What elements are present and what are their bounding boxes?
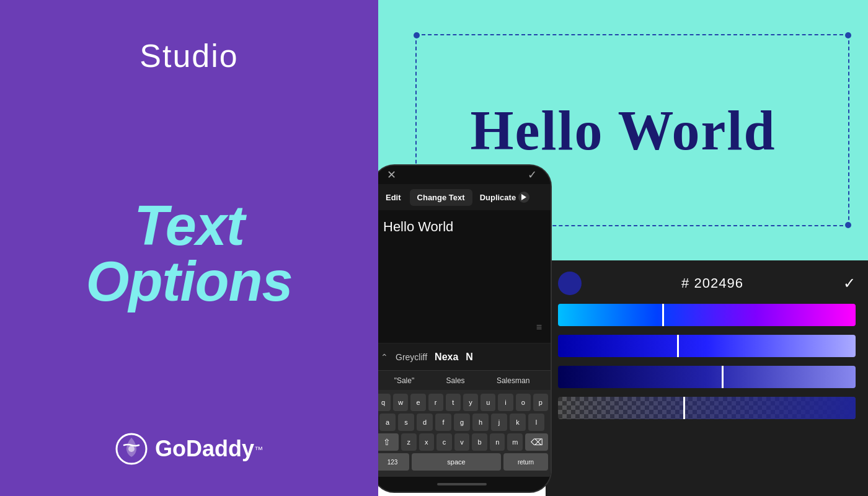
key-b[interactable]: b — [472, 433, 487, 451]
hue-gradient — [558, 304, 856, 326]
alpha-gradient — [558, 397, 856, 419]
lightness-slider[interactable] — [558, 366, 856, 388]
phone-close-button[interactable]: ✕ — [387, 168, 396, 182]
light-thumb — [722, 366, 724, 388]
key-f[interactable]: f — [435, 414, 451, 431]
key-h[interactable]: h — [472, 414, 489, 431]
key-y[interactable]: y — [463, 394, 478, 411]
phone-confirm-button[interactable]: ✓ — [528, 168, 537, 182]
suggestion-sales[interactable]: Sales — [446, 376, 465, 385]
key-c[interactable]: c — [436, 433, 452, 451]
godaddy-logo: GoDaddy™ — [115, 433, 263, 465]
text-input-area[interactable]: Hello World ≡ — [378, 210, 551, 343]
hue-slider[interactable] — [558, 304, 856, 326]
key-v[interactable]: v — [454, 433, 470, 451]
godaddy-text: GoDaddy™ — [155, 436, 263, 462]
keyboard: q w e r t y u i o p a s d f g h — [378, 390, 551, 477]
color-hex-value: # 202496 — [681, 275, 743, 291]
key-t[interactable]: t — [446, 394, 461, 411]
key-d[interactable]: d — [417, 414, 433, 431]
alpha-slider[interactable] — [558, 397, 856, 419]
corner-handle-tl — [414, 32, 420, 38]
font-selector[interactable]: ⌃ Greycliff Nexa N — [378, 343, 551, 370]
tab-change-text[interactable]: Change Text — [410, 189, 472, 206]
right-panel: Hello World # 202496 ✓ — [378, 0, 868, 496]
left-panel: Studio Text Options GoDaddy™ — [0, 0, 378, 496]
key-space[interactable]: space — [412, 453, 501, 471]
phone-content: Edit Change Text Duplicate Hello World ≡… — [378, 184, 551, 477]
light-gradient — [558, 366, 856, 388]
canvas-hello-world: Hello World — [471, 99, 776, 162]
sat-gradient — [558, 335, 856, 357]
font-chevron-up-icon: ⌃ — [381, 352, 388, 362]
key-n[interactable]: n — [490, 433, 505, 451]
key-u[interactable]: u — [480, 394, 495, 411]
key-o[interactable]: o — [516, 394, 531, 411]
font-name-next: N — [466, 352, 473, 363]
key-z[interactable]: z — [401, 433, 417, 451]
play-icon — [518, 192, 529, 203]
hue-thumb — [662, 304, 664, 326]
keyboard-row-3: ⇧ z x c v b n m ⌫ — [378, 433, 548, 451]
key-i[interactable]: i — [498, 394, 513, 411]
key-q[interactable]: q — [378, 394, 391, 411]
corner-handle-br — [845, 222, 851, 228]
keyboard-row-1: q w e r t y u i o p — [378, 394, 548, 411]
tab-duplicate[interactable]: Duplicate — [474, 188, 536, 206]
key-return[interactable]: return — [503, 453, 548, 471]
color-circle[interactable] — [558, 272, 582, 295]
key-l[interactable]: l — [528, 414, 544, 431]
saturation-slider[interactable] — [558, 335, 856, 357]
key-x[interactable]: x — [419, 433, 435, 451]
color-picker-panel: # 202496 ✓ — [546, 260, 868, 496]
phone-home-bar — [378, 477, 551, 492]
key-e[interactable]: e — [410, 394, 425, 411]
suggestion-sale[interactable]: "Sale" — [394, 376, 415, 385]
svg-marker-2 — [521, 194, 526, 200]
studio-title: Studio — [140, 37, 238, 74]
color-picker-header: # 202496 ✓ — [558, 272, 856, 295]
godaddy-icon — [115, 433, 148, 465]
key-123[interactable]: 123 — [378, 453, 409, 471]
key-g[interactable]: g — [454, 414, 470, 431]
suggestion-salesman[interactable]: Salesman — [497, 376, 529, 385]
key-shift[interactable]: ⇧ — [378, 433, 399, 451]
font-name-nexa[interactable]: Nexa — [435, 352, 458, 363]
menu-icon: ≡ — [536, 321, 542, 334]
alpha-thumb — [683, 397, 685, 419]
tab-edit[interactable]: Edit — [378, 189, 409, 206]
svg-point-1 — [128, 446, 135, 452]
color-confirm-button[interactable]: ✓ — [843, 275, 856, 292]
corner-handle-tr — [845, 32, 851, 38]
key-delete[interactable]: ⌫ — [525, 433, 548, 451]
key-k[interactable]: k — [510, 414, 526, 431]
keyboard-row-4: 123 space return — [378, 453, 548, 471]
key-m[interactable]: m — [507, 433, 523, 451]
key-s[interactable]: s — [398, 414, 414, 431]
keyboard-row-2: a s d f g h j k l — [378, 414, 548, 431]
phone-mockup: ✕ ✓ Edit Change Text Duplicate Hello Wor… — [378, 164, 552, 493]
key-p[interactable]: p — [533, 394, 548, 411]
sat-thumb — [677, 335, 679, 357]
tab-bar: Edit Change Text Duplicate — [378, 184, 551, 210]
phone-notch-bar: ✕ ✓ — [378, 166, 551, 184]
key-r[interactable]: r — [428, 394, 443, 411]
key-w[interactable]: w — [393, 394, 408, 411]
text-input-value: Hello World — [383, 219, 453, 235]
text-options-title: Text Options — [86, 198, 293, 309]
home-indicator — [437, 483, 487, 485]
key-j[interactable]: j — [491, 414, 507, 431]
suggestions-bar: "Sale" Sales Salesman — [378, 370, 551, 390]
key-a[interactable]: a — [379, 414, 396, 431]
font-name-greycliff[interactable]: Greycliff — [396, 352, 427, 362]
